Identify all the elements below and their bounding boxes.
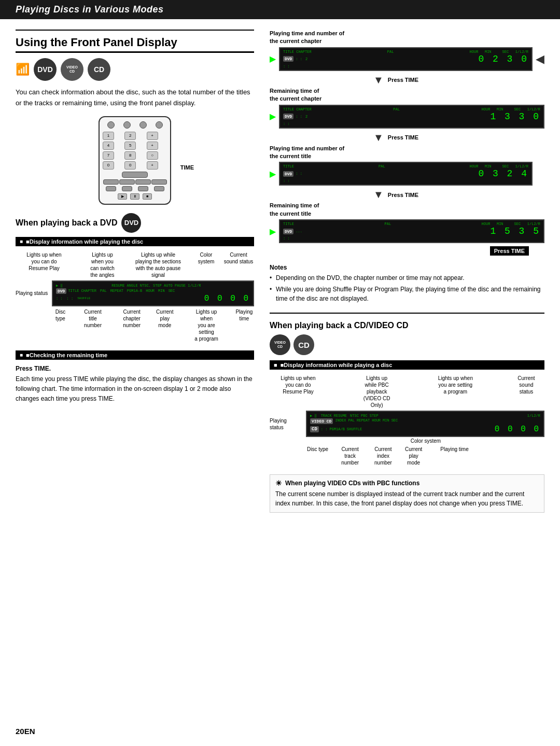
intro-text: You can check information about the disc… (16, 87, 254, 109)
dvd-display-panel: ▶ ‖ RESUME ANGLE NTSC. STEP AUTO PAUSE 1… (52, 280, 254, 306)
remote-sm-btn-3 (138, 186, 148, 191)
anno-lights-angles: Lights upwhen youcan switchthe angles (79, 251, 126, 278)
cd-section: When playing back a CD/VIDEO CD VIDEO CD… (270, 313, 544, 513)
time-button-label: TIME (180, 164, 194, 171)
press-time-final-label: Press TIME (490, 246, 529, 256)
time-label-1: Playing time and number ofthe current ch… (270, 30, 544, 46)
checking-time-section: ■Checking the remaining time Press TIME.… (16, 350, 254, 404)
time-item-1: Playing time and number ofthe current ch… (270, 30, 544, 71)
remote-num-0b: 0 (124, 161, 136, 170)
remote-pause-btn: ⏸ (130, 193, 139, 200)
tip-sun-icon: ☀ (275, 479, 282, 487)
remote-body: 1 2 + 4 5 + 7 8 ○ 0 0 + (99, 116, 171, 205)
anno-current-chapter: Currentchapternumber (123, 308, 141, 342)
header-bar: Playing Discs in Various Modes (0, 0, 560, 19)
remote-num-3: + (147, 132, 158, 140)
time-label-2: Remaining time ofthe current chapter (270, 87, 544, 103)
notes-list: Depending on the DVD, the chapter number… (270, 273, 544, 303)
press-time-2: Press TIME (388, 134, 418, 140)
remote-btn-3 (139, 121, 147, 129)
remote-wide-btn-4 (151, 179, 167, 185)
remote-num-9: ○ (147, 151, 158, 160)
cd-icon: CD (88, 58, 110, 81)
anno-disc-type: Disc type (53, 308, 68, 342)
remote-btn-2 (123, 121, 131, 129)
notes-section: Notes Depending on the DVD, the chapter … (270, 264, 544, 303)
dvd-display-info-label: ■Display information while playing the d… (16, 237, 254, 246)
disc-icons-row: 📶 DVD VIDEO CD CD (16, 58, 254, 81)
dvd-section-badge: DVD (121, 213, 141, 233)
remote-wide-btn-3 (135, 179, 151, 185)
cd-anno-lights-program: Lights up whenyou are settinga program (432, 375, 479, 409)
remote-num-1: 1 (103, 132, 114, 140)
checking-time-label: ■Checking the remaining time (16, 350, 254, 360)
page-title: Playing Discs in Various Modes (16, 4, 163, 15)
cd-subsection-title: When playing back a CD/VIDEO CD (270, 321, 544, 330)
press-time-instruction: Press TIME. (16, 365, 254, 372)
remote-diagram: 1 2 + 4 5 + 7 8 ○ 0 0 + (16, 116, 254, 205)
checking-time-body: Each time you press TIME while playing t… (16, 374, 254, 404)
right-column: Playing time and number ofthe current ch… (270, 30, 544, 513)
section-main-title: Using the Front Panel Display (16, 36, 254, 53)
time-label-4: Remaining time ofthe current title (270, 202, 544, 218)
cd-anno-playing-time: Playing time (440, 446, 468, 466)
cd-anno-playing-status: Playingstatus (270, 417, 306, 431)
tip-title: ☀ When playing VIDEO CDs with PBC functi… (275, 479, 539, 487)
cd-anno-current-track: Currenttracknumber (341, 446, 359, 466)
remote-num-8: 8 (124, 151, 136, 160)
anno-current-sound: Currentsound status (223, 251, 254, 278)
cd-display-diagram: Lights up whenyou can doResume Play Ligh… (270, 375, 544, 466)
remote-num-5: 5 (124, 142, 136, 150)
anno-lights-resume: Lights up whenyou can doResume Play (21, 251, 67, 278)
notes-title: Notes (270, 264, 544, 271)
cd-anno-lights-pbc: Lights upwhile PBCplayback(VIDEO CDOnly) (351, 375, 403, 409)
remote-btn-1 (107, 121, 115, 129)
remote-num-6: + (147, 142, 158, 150)
anno-playing-time: Playing time (234, 308, 254, 342)
wifi-icon: 📶 (16, 63, 30, 76)
display-panel-2: TITLE CHAPTER PAL HOUR MIN SEC 1/L2/R DV… (279, 105, 544, 129)
press-time-3: Press TIME (388, 192, 418, 198)
press-time-1: Press TIME (388, 77, 418, 83)
anno-playing-status: Playing status (16, 290, 52, 297)
remote-num-7: 7 (103, 151, 114, 160)
cd-anno-current-index: Currentindexnumber (374, 446, 392, 466)
cd-display-info-label: ■ ■Display information while playing a d… (270, 360, 544, 370)
page-number: 20EN (16, 727, 35, 736)
press-time-arrow-2: ▼ Press TIME (270, 132, 544, 144)
dvd-subsection-title: When playing back a DVD DVD (16, 213, 254, 233)
cd-anno-color-system: Color system (307, 438, 544, 444)
cd-badge-icon: CD (293, 334, 314, 355)
anno-current-title: Current titlenumber (83, 308, 102, 342)
remote-btn-4 (156, 121, 163, 129)
time-item-4: Remaining time ofthe current title ▶ TIT… (270, 202, 544, 243)
remote-long-btn (122, 172, 148, 178)
left-column: Using the Front Panel Display 📶 DVD VIDE… (16, 30, 254, 513)
anno-current-play-mode: Currentplay mode (156, 308, 173, 342)
display-panel-1: TITLE CHAPTER PAL HOUR MIN SEC 1/L2/R DV… (279, 47, 533, 71)
display-panel-3: TITLE PAL HOUR MIN SEC 1/L2/R DVD : : 0 … (279, 162, 533, 186)
press-time-final: Press TIME (270, 246, 529, 256)
remote-sm-btn-1 (106, 186, 116, 191)
time-label-3: Playing time and number ofthe current ti… (270, 145, 544, 161)
anno-color-system: Colorsystem (191, 251, 222, 278)
cd-anno-current-sound: Currentsoundstatus (508, 375, 544, 409)
press-time-arrow-1: ▼ Press TIME (270, 74, 544, 86)
video-cd-icon: VIDEO CD (61, 58, 83, 81)
remote-sm-btn-2 (122, 186, 132, 191)
cd-display-panel: ▶ ‖ TRACK RESUME NTSC PBC STEP 1/L2/R VI… (306, 411, 544, 437)
display-panel-4: TITLE PAL HOUR MIN SEC 1/L2/R DVD ... 1 … (279, 219, 544, 243)
remote-wide-btn-2 (119, 179, 135, 185)
cd-anno-disc-type: Disc type (307, 446, 328, 466)
time-item-3: Playing time and number ofthe current ti… (270, 145, 544, 186)
remote-wide-btn-1 (103, 179, 119, 185)
remote-stop-btn: ■ (143, 193, 152, 200)
remote-num-0a: 0 (103, 161, 114, 170)
dvd-icon: DVD (34, 58, 57, 81)
cd-anno-current-play-mode: Currentplaymode (405, 446, 422, 466)
anno-lights-program: Lights up whenyou are settinga program (194, 308, 218, 342)
tip-section: ☀ When playing VIDEO CDs with PBC functi… (270, 474, 544, 513)
remote-sm-btn-4 (154, 186, 164, 191)
remote-play-btn: ▶ (118, 193, 127, 200)
tip-body: The current scene number is displayed in… (275, 489, 539, 508)
